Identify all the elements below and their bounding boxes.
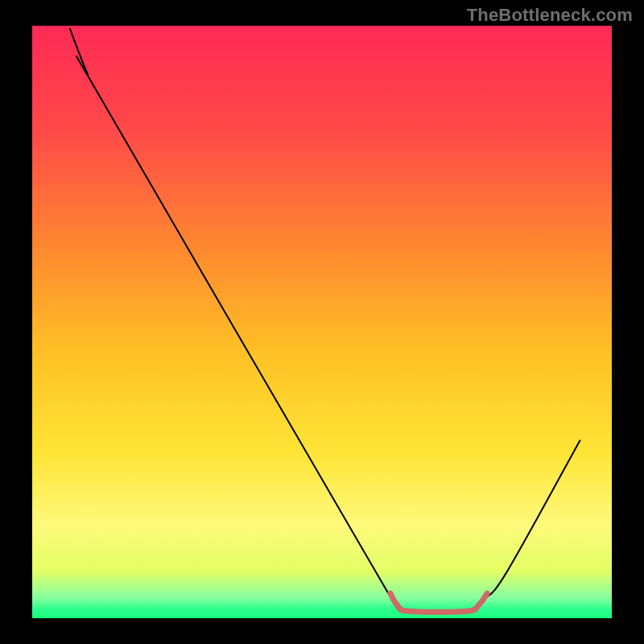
plot-background [32, 26, 612, 618]
watermark-label: TheBottleneck.com [467, 5, 633, 26]
chart-container: TheBottleneck.com [0, 0, 644, 644]
bottleneck-chart [0, 0, 644, 644]
